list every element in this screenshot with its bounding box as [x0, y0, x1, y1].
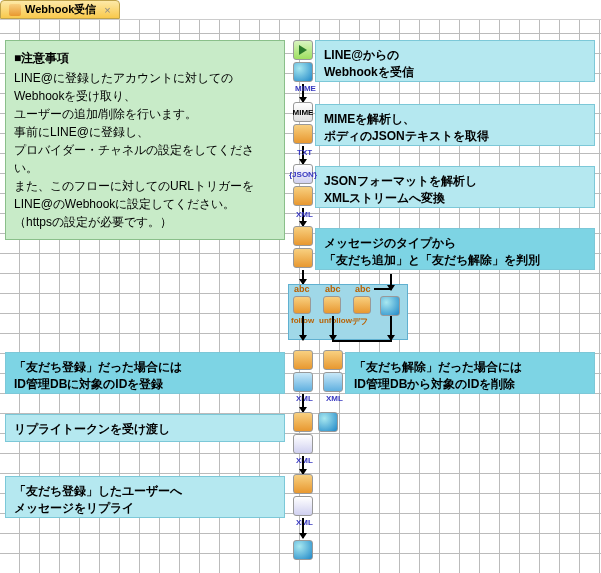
transform-icon[interactable] [293, 124, 313, 144]
branch-out-icon[interactable] [293, 296, 311, 314]
note-line: また、このフローに対してのURLトリガーを [14, 177, 276, 195]
xml-out-icon[interactable] [293, 496, 313, 516]
step-text: リプライトークンを受け渡し [14, 421, 276, 438]
step-reply-message[interactable]: 「友だち登録」したユーザーへ メッセージをリプライ [5, 476, 285, 518]
xml-out-icon[interactable] [293, 434, 313, 454]
note-box: ■注意事項 LINE@に登録したアカウントに対しての Webhookを受け取り、… [5, 40, 285, 240]
arrow-down [302, 270, 304, 284]
xml-label: XML [296, 394, 313, 403]
close-icon[interactable]: × [104, 4, 110, 16]
note-title: ■注意事項 [14, 49, 276, 67]
transform-icon[interactable] [293, 186, 313, 206]
step-text: JSONフォーマットを解析し [324, 173, 586, 190]
xml-label: XML [296, 210, 313, 219]
xml-label: XML [296, 518, 313, 527]
note-line: ユーザーの追加/削除を行います。 [14, 105, 276, 123]
map-icon[interactable] [293, 474, 313, 494]
arrow-down [302, 316, 304, 340]
step-text: ID管理DBに対象のIDを登録 [14, 376, 276, 393]
tab-bar: Webhook受信 × [0, 0, 601, 20]
arrow-down [302, 394, 304, 412]
map-icon[interactable] [293, 412, 313, 432]
step-reply-token[interactable]: リプライトークンを受け渡し [5, 414, 285, 442]
globe-icon[interactable] [380, 296, 400, 316]
tab-title: Webhook受信 [25, 2, 96, 17]
note-line: 事前にLINE@に登録し、 [14, 123, 276, 141]
play-icon[interactable] [293, 40, 313, 60]
mime-icon[interactable]: MIME [293, 102, 313, 122]
mime-label: MIME [295, 84, 316, 93]
flow-canvas[interactable]: ■注意事項 LINE@に登録したアカウントに対しての Webhookを受け取り、… [0, 20, 601, 573]
branch-icon[interactable] [293, 248, 313, 268]
arrow-down [390, 316, 392, 340]
step-text: Webhookを受信 [324, 64, 586, 81]
tab-webhook[interactable]: Webhook受信 × [0, 0, 120, 19]
step-text: ID管理DBから対象のIDを削除 [354, 376, 586, 393]
arrow-line [390, 274, 392, 290]
xml-label: XML [296, 456, 313, 465]
step-branch-type[interactable]: メッセージのタイプから 「友だち追加」と「友だち解除」を判別 [315, 228, 595, 270]
step-text: 「友だち登録」だった場合には [14, 359, 276, 376]
note-line: Webhookを受け取り、 [14, 87, 276, 105]
note-line: プロバイダー・チャネルの設定をしてください。 [14, 141, 276, 177]
txt-label: TXT [297, 148, 312, 157]
branch-out-icon[interactable] [323, 296, 341, 314]
step-text: ボディのJSONテキストを取得 [324, 128, 586, 145]
step-parse-mime[interactable]: MIMEを解析し、 ボディのJSONテキストを取得 [315, 104, 595, 146]
step-text: 「友だち追加」と「友だち解除」を判別 [324, 252, 586, 269]
gear-icon [9, 4, 21, 16]
step-parse-json[interactable]: JSONフォーマットを解析し XMLストリームへ変換 [315, 166, 595, 208]
step-text: 「友だち解除」だった場合には [354, 359, 586, 376]
note-line: （httpsの設定が必要です。） [14, 213, 276, 231]
arrow-down [332, 316, 334, 340]
globe-end-icon[interactable] [293, 540, 313, 560]
step-text: MIMEを解析し、 [324, 111, 586, 128]
split-icon[interactable] [293, 226, 313, 246]
xml-label: XML [326, 394, 343, 403]
map-icon[interactable] [323, 350, 343, 370]
step-text: 「友だち登録」したユーザーへ [14, 483, 276, 500]
arrow-down [302, 456, 304, 474]
step-text: メッセージをリプライ [14, 500, 276, 517]
branch-label-default: デフ [352, 316, 368, 327]
globe-icon[interactable] [318, 412, 338, 432]
db-icon[interactable] [323, 372, 343, 392]
globe-icon[interactable] [293, 62, 313, 82]
arrow-down [302, 518, 304, 538]
note-line: LINE@に登録したアカウントに対しての [14, 69, 276, 87]
step-register-id[interactable]: 「友だち登録」だった場合には ID管理DBに対象のIDを登録 [5, 352, 285, 394]
step-text: XMLストリームへ変換 [324, 190, 586, 207]
abc-label: abc [294, 284, 310, 294]
abc-label: abc [355, 284, 371, 294]
note-line: LINE@のWebhookに設定してください。 [14, 195, 276, 213]
db-icon[interactable] [293, 372, 313, 392]
map-icon[interactable] [293, 350, 313, 370]
step-receive-webhook[interactable]: LINE@からの Webhookを受信 [315, 40, 595, 82]
abc-label: abc [325, 284, 341, 294]
arrow-right [332, 340, 392, 342]
branch-out-icon[interactable] [353, 296, 371, 314]
branch-label-unfollow: unfollow [319, 316, 352, 325]
step-delete-id[interactable]: 「友だち解除」だった場合には ID管理DBから対象のIDを削除 [345, 352, 595, 394]
json-icon[interactable]: {JSON} [293, 164, 313, 184]
step-text: メッセージのタイプから [324, 235, 586, 252]
step-text: LINE@からの [324, 47, 586, 64]
